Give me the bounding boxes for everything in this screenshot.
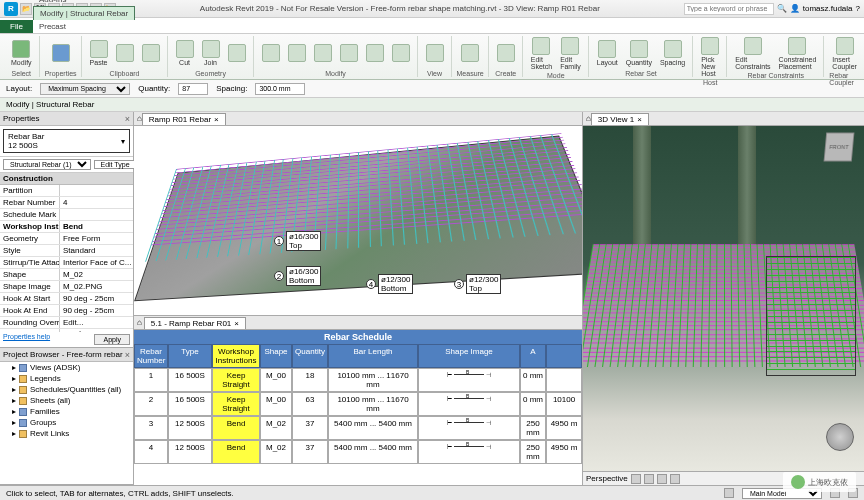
property-row[interactable]: StyleStandard <box>0 245 133 257</box>
ribbon-button[interactable] <box>285 43 309 63</box>
property-row[interactable]: Hook At Start90 deg - 25cm <box>0 293 133 305</box>
tree-item[interactable]: ▸Views (ADSK) <box>0 362 133 373</box>
infocenter-icon[interactable]: 🔍 <box>777 4 787 13</box>
property-row[interactable]: Partition <box>0 185 133 197</box>
schedule-row[interactable]: 312 500SBendM_02375400 mm ... 5400 mm⊢B⊣… <box>134 416 582 440</box>
tree-item[interactable]: ▸Legends <box>0 373 133 384</box>
tab-precast[interactable]: Precast <box>33 20 135 33</box>
close-icon[interactable]: × <box>214 115 219 124</box>
schedule-row[interactable]: 216 500SKeep StraightM_006310100 mm ... … <box>134 392 582 416</box>
schedule-cell[interactable] <box>546 368 582 392</box>
schedule-header[interactable]: Type <box>168 344 212 368</box>
property-row[interactable]: Hook At End90 deg - 25cm <box>0 305 133 317</box>
type-selector[interactable]: Rebar Bar 12 500S ▾ <box>0 126 133 157</box>
schedule-header[interactable] <box>546 344 582 368</box>
visual-style-icon[interactable] <box>631 474 641 484</box>
schedule-cell[interactable]: 63 <box>292 392 328 416</box>
schedule-cell[interactable]: 4 <box>134 440 168 464</box>
ribbon-button[interactable]: Insert Coupler <box>829 36 860 71</box>
property-value[interactable]: Free Form <box>60 233 133 244</box>
property-value[interactable]: M_02 <box>60 269 133 280</box>
schedule-row[interactable]: 412 500SBendM_02375400 mm ... 5400 mm⊢B⊣… <box>134 440 582 464</box>
ribbon-button[interactable]: Pick New Host <box>698 36 722 78</box>
home-icon[interactable]: ⌂ <box>137 318 142 327</box>
tree-item[interactable]: ▸Families <box>0 406 133 417</box>
tree-item[interactable]: ▸Groups <box>0 417 133 428</box>
sun-path-icon[interactable] <box>644 474 654 484</box>
schedule-cell[interactable]: 1 <box>134 368 168 392</box>
tree-item[interactable]: ▸Sheets (all) <box>0 395 133 406</box>
edit-type-button[interactable]: Edit Type <box>94 160 136 169</box>
schedule-header[interactable]: Rebar Number <box>134 344 168 368</box>
schedule-cell[interactable]: M_00 <box>260 392 292 416</box>
ribbon-button[interactable] <box>494 43 518 63</box>
viewcube[interactable]: FRONT <box>824 133 855 162</box>
app-logo[interactable]: R <box>4 2 18 16</box>
schedule-cell[interactable]: M_02 <box>260 440 292 464</box>
spacing-input[interactable] <box>255 83 305 95</box>
schedule-cell[interactable]: 3 <box>134 416 168 440</box>
expand-icon[interactable]: ▸ <box>12 396 16 405</box>
ribbon-button[interactable]: Constrained Placement <box>776 36 820 71</box>
property-value[interactable]: M_02.PNG <box>60 281 133 292</box>
expand-icon[interactable]: ▸ <box>12 374 16 383</box>
schedule-header[interactable]: Bar Length <box>328 344 418 368</box>
search-input[interactable] <box>684 3 774 15</box>
property-row[interactable]: Workshop InstructionsBend <box>0 221 133 233</box>
help-icon[interactable]: ? <box>856 4 860 13</box>
3d-view-tab[interactable]: 3D View 1× <box>591 113 649 125</box>
qat-open-icon[interactable]: 📂 <box>20 3 32 15</box>
worksets-icon[interactable] <box>724 488 734 498</box>
property-value[interactable]: Standard <box>60 245 133 256</box>
ribbon-button[interactable] <box>389 43 413 63</box>
close-icon[interactable]: × <box>125 350 130 360</box>
schedule-table[interactable]: Rebar Schedule Rebar NumberTypeWorkshop … <box>134 330 582 485</box>
tree-item[interactable]: ▸Schedules/Quantities (all) <box>0 384 133 395</box>
ribbon-button[interactable] <box>458 43 482 63</box>
property-value[interactable]: 90 deg - 25cm <box>60 305 133 316</box>
perspective-label[interactable]: Perspective <box>586 474 628 483</box>
ribbon-button[interactable]: Quantity <box>623 39 655 67</box>
schedule-cell[interactable]: 18 <box>292 368 328 392</box>
schedule-row[interactable]: 116 500SKeep StraightM_001810100 mm ... … <box>134 368 582 392</box>
ribbon-button[interactable]: Cut <box>173 39 197 67</box>
ribbon-button[interactable] <box>259 43 283 63</box>
schedule-cell[interactable]: 37 <box>292 440 328 464</box>
schedule-cell[interactable]: 10100 <box>546 392 582 416</box>
drawing-area[interactable]: 1ø16/300Top2ø16/300Bottom3ø12/300Top4ø12… <box>134 126 582 315</box>
schedule-cell[interactable]: ⊢B⊣ <box>418 440 520 464</box>
ribbon-button[interactable] <box>225 43 249 63</box>
property-value[interactable]: Interior Face of C... <box>60 257 133 268</box>
schedule-header[interactable]: A <box>520 344 546 368</box>
signin-icon[interactable]: 👤 <box>790 4 800 13</box>
property-row[interactable]: ShapeM_02 <box>0 269 133 281</box>
schedule-cell[interactable]: M_02 <box>260 416 292 440</box>
schedule-cell[interactable]: 10100 mm ... 11670 mm <box>328 392 418 416</box>
close-icon[interactable]: × <box>234 319 239 328</box>
schedule-header[interactable]: Quantity <box>292 344 328 368</box>
property-value[interactable]: 90 deg - 25cm <box>60 293 133 304</box>
schedule-cell[interactable]: Keep Straight <box>212 392 260 416</box>
file-tab[interactable]: File <box>0 20 33 33</box>
ribbon-button[interactable]: Modify <box>8 39 35 67</box>
schedule-cell[interactable]: 0 mm <box>520 392 546 416</box>
property-row[interactable]: Shape ImageM_02.PNG <box>0 281 133 293</box>
3d-viewport[interactable]: FRONT <box>583 126 864 471</box>
ribbon-button[interactable] <box>337 43 361 63</box>
property-row[interactable]: GeometryFree Form <box>0 233 133 245</box>
schedule-header[interactable]: Workshop Instructions <box>212 344 260 368</box>
quantity-input[interactable] <box>178 83 208 95</box>
apply-button[interactable]: Apply <box>94 334 130 345</box>
schedule-cell[interactable]: Bend <box>212 416 260 440</box>
layout-select[interactable]: Maximum Spacing <box>40 83 130 95</box>
ribbon-button[interactable] <box>113 43 137 63</box>
property-value[interactable]: Bend <box>60 221 133 232</box>
close-icon[interactable]: × <box>637 115 642 124</box>
schedule-cell[interactable]: 250 mm <box>520 416 546 440</box>
nav-wheel[interactable] <box>826 423 854 451</box>
property-value[interactable]: Edit... <box>60 317 133 328</box>
expand-icon[interactable]: ▸ <box>12 407 16 416</box>
schedule-cell[interactable]: ⊢B⊣ <box>418 392 520 416</box>
close-icon[interactable]: × <box>125 114 130 124</box>
ribbon-button[interactable] <box>311 43 335 63</box>
